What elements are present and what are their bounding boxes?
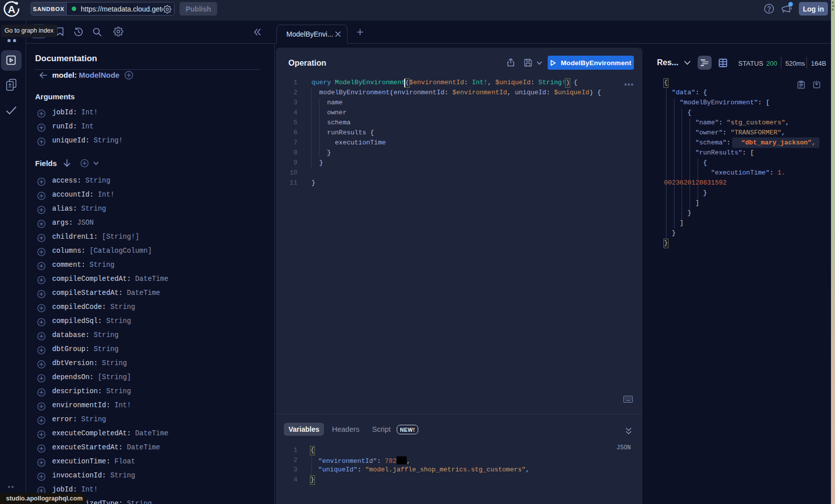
svg-text:A: A — [8, 4, 15, 15]
